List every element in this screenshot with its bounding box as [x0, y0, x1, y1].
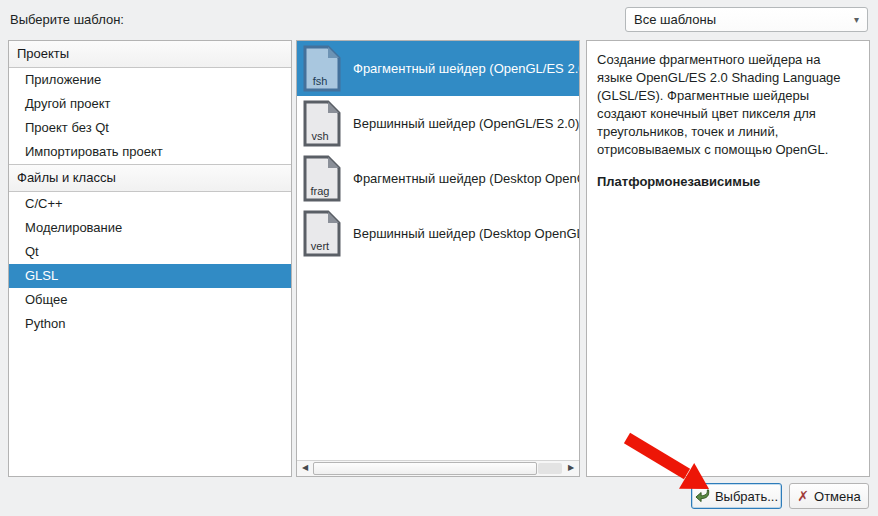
- template-item-label: Фрагментный шейдер (Desktop OpenGL): [353, 171, 579, 186]
- template-item-label: Вершинный шейдер (OpenGL/ES 2.0): [353, 116, 579, 131]
- template-item-vertex-es[interactable]: vsh Вершинный шейдер (OpenGL/ES 2.0): [297, 96, 579, 151]
- sidebar-item-other-project[interactable]: Другой проект: [9, 92, 291, 116]
- sidebar-item-modeling[interactable]: Моделирование: [9, 216, 291, 240]
- sidebar-item-c-cpp[interactable]: C/C++: [9, 192, 291, 216]
- section-header-projects: Проекты: [9, 41, 291, 68]
- sidebar-item-import-project[interactable]: Импортировать проект: [9, 140, 291, 164]
- dropdown-selected-value: Все шаблоны: [634, 12, 854, 27]
- file-icon: vsh: [303, 100, 343, 147]
- choose-arrow-icon: [695, 489, 710, 503]
- dialog-title: Выберите шаблон:: [10, 12, 124, 27]
- template-list: fsh Фрагментный шейдер (OpenGL/ES 2.0) v…: [296, 40, 580, 477]
- template-description-panel: Создание фрагментного шейдера на языке O…: [586, 40, 870, 477]
- platform-note: Платформонезависимые: [597, 173, 859, 191]
- sidebar-item-non-qt-project[interactable]: Проект без Qt: [9, 116, 291, 140]
- template-item-fragment-desktop[interactable]: frag Фрагментный шейдер (Desktop OpenGL): [297, 151, 579, 206]
- choose-button[interactable]: Выбрать...: [691, 483, 782, 509]
- scrollbar-track[interactable]: [538, 463, 562, 474]
- sidebar-item-python[interactable]: Python: [9, 312, 291, 336]
- cancel-button[interactable]: ✗ Отмена: [789, 483, 869, 509]
- file-extension-label: frag: [303, 185, 337, 197]
- sidebar-item-glsl[interactable]: GLSL: [9, 264, 291, 288]
- sidebar-item-qt[interactable]: Qt: [9, 240, 291, 264]
- file-extension-label: fsh: [303, 75, 337, 87]
- file-extension-label: vert: [303, 240, 337, 252]
- file-extension-label: vsh: [303, 130, 337, 142]
- cancel-button-label: Отмена: [814, 489, 861, 504]
- file-icon: vert: [303, 210, 343, 257]
- sidebar-item-general[interactable]: Общее: [9, 288, 291, 312]
- horizontal-scrollbar[interactable]: ◀ ▶: [297, 460, 579, 476]
- template-description: Создание фрагментного шейдера на языке O…: [597, 51, 859, 159]
- template-item-label: Фрагментный шейдер (OpenGL/ES 2.0): [353, 61, 579, 76]
- scroll-right-icon[interactable]: ▶: [563, 461, 579, 476]
- template-item-label: Вершинный шейдер (Desktop OpenGL): [353, 226, 579, 241]
- scrollbar-thumb[interactable]: [313, 462, 537, 475]
- scroll-left-icon[interactable]: ◀: [297, 461, 313, 476]
- sidebar-item-application[interactable]: Приложение: [9, 68, 291, 92]
- section-header-files-classes: Файлы и классы: [9, 164, 291, 192]
- template-filter-dropdown[interactable]: Все шаблоны ▾: [625, 7, 868, 32]
- template-item-vertex-desktop[interactable]: vert Вершинный шейдер (Desktop OpenGL): [297, 206, 579, 261]
- category-list: Проекты Приложение Другой проект Проект …: [8, 40, 292, 477]
- file-icon: fsh: [303, 45, 343, 92]
- file-icon: frag: [303, 155, 343, 202]
- chevron-down-icon: ▾: [854, 14, 859, 25]
- template-item-fragment-es[interactable]: fsh Фрагментный шейдер (OpenGL/ES 2.0): [297, 41, 579, 96]
- choose-button-label: Выбрать...: [715, 489, 778, 504]
- cancel-x-icon: ✗: [797, 489, 809, 503]
